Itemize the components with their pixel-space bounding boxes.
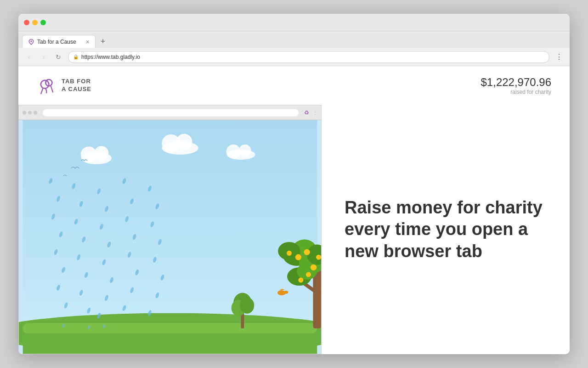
tab-favicon-icon [28,39,34,45]
svg-point-78 [295,254,301,260]
scene-illustration [19,120,321,354]
counter-label: raised for charity [481,89,551,95]
headline: Raise money for charity every time you o… [345,197,547,263]
tab-close-button[interactable]: × [86,38,90,46]
url-text: https://www.tab.gladly.io [81,54,140,60]
cloud-1 [81,146,112,164]
address-bar: ‹ › ↻ 🔒 https://www.tab.gladly.io ⋮ [18,48,570,66]
svg-point-9 [94,146,108,160]
inner-dot-3 [34,111,37,115]
inner-url-bar [43,109,299,116]
svg-point-62 [240,297,254,313]
browser-menu-button[interactable]: ⋮ [554,52,564,62]
svg-rect-6 [23,323,317,334]
url-bar[interactable]: 🔒 https://www.tab.gladly.io [68,51,549,63]
svg-point-85 [311,264,317,270]
maximize-window-button[interactable] [40,20,46,25]
refresh-button[interactable]: ↻ [53,52,63,62]
text-panel: Raise money for charity every time you o… [322,105,570,354]
svg-point-1 [41,80,49,89]
tab-bar: Tab for a Cause × + [18,31,570,48]
inner-dot-1 [23,111,26,115]
page-content: TAB FOR A CAUSE $1,222,970.96 raised for… [18,66,570,354]
new-tab-button[interactable]: + [96,35,109,48]
logo-area: TAB FOR A CAUSE [37,75,91,96]
svg-point-86 [316,255,321,260]
inner-dots-menu: ⋮ [313,110,317,115]
svg-point-80 [287,251,292,256]
illustration-panel: ♻ ⋮ [18,105,322,354]
forward-button[interactable]: › [39,52,49,62]
site-header: TAB FOR A CAUSE $1,222,970.96 raised for… [18,66,570,105]
inner-tab-icon: ♻ [304,109,309,116]
fundraising-counter: $1,222,970.96 raised for charity [481,76,551,95]
lock-icon: 🔒 [73,54,79,59]
minimize-window-button[interactable] [32,20,38,25]
svg-point-12 [176,134,192,150]
svg-point-8 [81,146,97,162]
svg-point-83 [298,277,303,282]
svg-point-84 [306,272,311,277]
back-button[interactable]: ‹ [24,52,34,62]
svg-point-15 [239,144,251,157]
inner-dot-2 [28,111,32,115]
active-tab[interactable]: Tab for a Cause × [22,35,96,48]
tab-title: Tab for a Cause [37,39,76,45]
title-bar [18,14,570,31]
counter-amount: $1,222,970.96 [481,76,551,89]
svg-point-14 [226,144,241,159]
svg-point-0 [30,40,32,42]
close-window-button[interactable] [24,20,29,25]
logo-icon [37,75,57,96]
traffic-lights [24,20,46,25]
browser-window: Tab for a Cause × + ‹ › ↻ 🔒 https://www.… [18,14,570,354]
svg-point-79 [304,249,310,255]
inner-browser-chrome: ♻ ⋮ [19,105,321,120]
svg-point-100 [284,291,288,294]
main-area: ♻ ⋮ [18,105,570,354]
logo-text: TAB FOR A CAUSE [62,78,91,93]
